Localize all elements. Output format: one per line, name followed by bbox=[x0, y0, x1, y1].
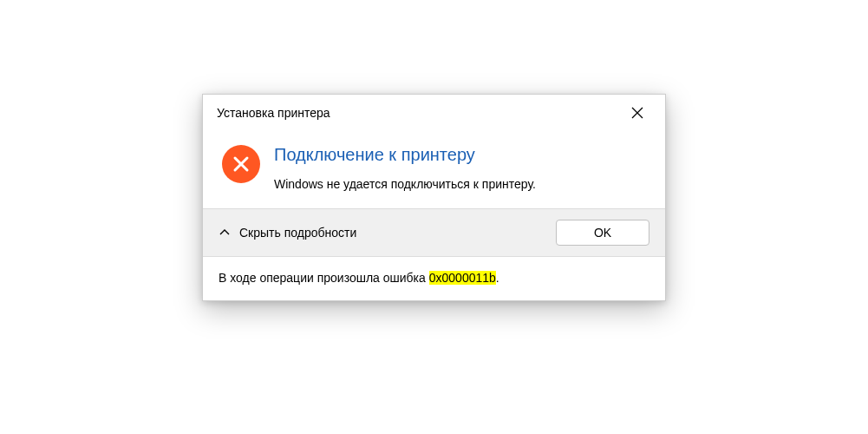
dialog-content: Подключение к принтеру Windows не удаетс… bbox=[203, 131, 665, 208]
details-panel: В ходе операции произошла ошибка 0x00000… bbox=[203, 256, 665, 300]
dialog-title: Установка принтера bbox=[217, 106, 330, 120]
error-dialog: Установка принтера Подключение к принтер… bbox=[202, 94, 666, 301]
close-icon bbox=[631, 107, 643, 119]
details-suffix: . bbox=[496, 271, 499, 285]
details-toggle[interactable]: Скрыть подробности bbox=[219, 226, 356, 240]
dialog-actions: Скрыть подробности OK bbox=[203, 208, 665, 256]
error-code: 0x0000011b bbox=[429, 271, 496, 285]
close-button[interactable] bbox=[622, 97, 653, 128]
details-prefix: В ходе операции произошла ошибка bbox=[219, 271, 429, 285]
ok-button-label: OK bbox=[594, 226, 611, 240]
dialog-heading: Подключение к принтеру bbox=[274, 145, 649, 165]
dialog-message: Windows не удается подключиться к принте… bbox=[274, 177, 649, 191]
error-icon bbox=[222, 145, 260, 183]
content-text: Подключение к принтеру Windows не удаетс… bbox=[274, 143, 649, 191]
toggle-label: Скрыть подробности bbox=[239, 226, 356, 240]
chevron-up-icon bbox=[219, 227, 231, 239]
titlebar: Установка принтера bbox=[203, 95, 665, 131]
ok-button[interactable]: OK bbox=[556, 220, 649, 246]
